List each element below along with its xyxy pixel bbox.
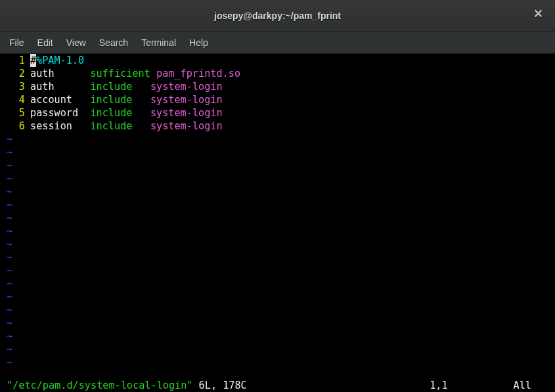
window-title: josepy@darkpy:~/pam_fprint [214,11,341,21]
empty-line-tilde: ~ [0,303,12,316]
line-number: 4 [0,93,30,106]
status-cursor-pos: 1,1 [430,379,447,392]
editor-line: 3auth include system-login [0,80,555,93]
empty-line-tilde: ~ [0,238,12,251]
code-token: %PAM-1.0 [36,54,84,67]
empty-line-tilde: ~ [0,133,12,146]
editor-line: 1#%PAM-1.0 [0,54,555,67]
empty-line-tilde: ~ [0,264,12,277]
empty-line-tilde: ~ [0,316,12,330]
code-token [132,106,150,120]
line-number: 6 [0,120,30,133]
menu-search[interactable]: Search [93,33,135,52]
empty-line-tilde: ~ [0,211,12,225]
code-token [132,80,150,93]
empty-line-tilde: ~ [0,343,12,356]
code-token: pam_fprintd.so [156,67,240,80]
code-token: auth [30,67,90,80]
empty-line-tilde: ~ [0,330,12,343]
menu-file[interactable]: File [3,33,31,52]
empty-line-tilde: ~ [0,172,12,185]
menu-edit[interactable]: Edit [31,33,60,52]
close-icon[interactable]: ✕ [531,8,544,21]
empty-line-tilde: ~ [0,146,12,159]
code-token: auth [30,80,90,93]
code-token: system-login [150,120,223,133]
vim-status-line: "/etc/pam.d/system-local-login" 6L, 178C… [0,379,555,392]
line-number: 5 [0,106,30,120]
code-token: session [30,120,90,133]
empty-line-tilde: ~ [0,251,12,264]
code-token: include [90,80,132,93]
line-number: 1 [0,54,30,67]
empty-line-tilde: ~ [0,277,12,290]
status-scroll: All [448,379,555,392]
code-token: sufficient [90,67,150,80]
code-token: include [90,93,132,106]
line-number: 2 [0,67,30,80]
editor-line: 6session include system-login [0,120,555,133]
empty-line-tilde: ~ [0,356,12,369]
menu-help[interactable]: Help [183,33,215,52]
menubar: File Edit View Search Terminal Help [0,32,555,54]
code-token: system-login [150,106,223,120]
code-token: include [90,106,132,120]
editor-line: 5password include system-login [0,106,555,120]
code-token: account [30,93,90,106]
menu-terminal[interactable]: Terminal [135,33,183,52]
editor-line: 4account include system-login [0,93,555,106]
code-token: include [90,120,132,133]
empty-line-tilde: ~ [0,198,12,211]
line-number: 3 [0,80,30,93]
terminal-area[interactable]: 1#%PAM-1.02auth sufficient pam_fprintd.s… [0,54,555,392]
code-token [132,93,150,106]
cursor-block: # [30,54,36,67]
empty-line-tilde: ~ [0,225,12,238]
empty-line-tilde: ~ [0,290,12,303]
editor-line: 2auth sufficient pam_fprintd.so [0,67,555,80]
empty-line-tilde: ~ [0,185,12,198]
code-token [132,120,150,133]
code-token [150,67,156,80]
menu-view[interactable]: View [60,33,93,52]
code-token: password [30,106,90,120]
code-token: system-login [150,93,223,106]
status-fileinfo: 6L, 178C [192,379,246,392]
empty-line-tilde: ~ [0,159,12,172]
code-token: system-login [150,80,223,93]
window-titlebar: josepy@darkpy:~/pam_fprint ✕ [0,0,555,32]
status-filename: "/etc/pam.d/system-local-login" [7,379,192,392]
